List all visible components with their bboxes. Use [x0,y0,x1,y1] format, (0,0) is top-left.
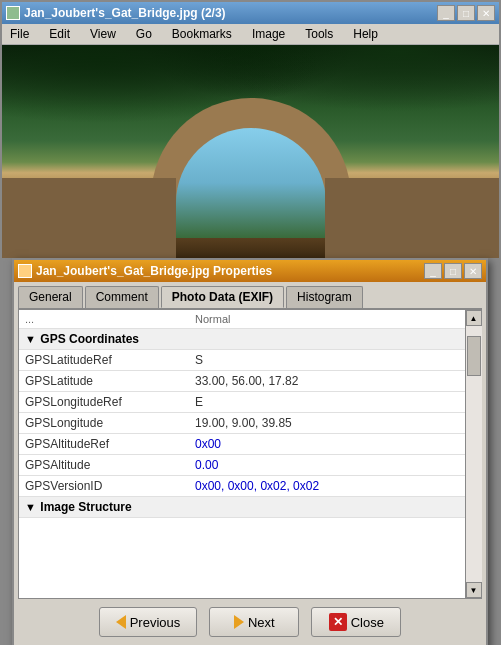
tab-general[interactable]: General [18,286,83,308]
table-row: GPSLatitudeRef S [19,350,465,371]
table-row: GPSVersionID 0x00, 0x00, 0x02, 0x02 [19,476,465,497]
table-row: GPSLatitude 33.00, 56.00, 17.82 [19,371,465,392]
exif-value-gps-version[interactable]: 0x00, 0x00, 0x02, 0x02 [189,476,465,497]
image-structure-label: Image Structure [40,500,131,514]
menu-go[interactable]: Go [132,26,156,42]
exif-value-gps-lat: 33.00, 56.00, 17.82 [189,371,465,392]
exif-value-gps-alt-ref[interactable]: 0x00 [189,434,465,455]
menu-image[interactable]: Image [248,26,289,42]
exif-key-gps-lon-ref: GPSLongitudeRef [19,392,189,413]
scroll-thumb[interactable] [467,336,481,376]
previous-arrow-icon [116,615,126,629]
properties-dialog: Jan_Joubert's_Gat_Bridge.jpg Properties … [12,258,488,645]
menu-bookmarks[interactable]: Bookmarks [168,26,236,42]
main-window-icon [6,6,20,20]
props-window-icon [18,264,32,278]
props-close-button[interactable]: ✕ [464,263,482,279]
table-row: ... Normal [19,310,465,329]
table-row: GPSLongitudeRef E [19,392,465,413]
next-label: Next [248,615,275,630]
button-area: Previous Next ✕ Close [14,599,486,645]
truncated-value: Normal [189,310,465,329]
previous-button[interactable]: Previous [99,607,198,637]
maximize-button[interactable]: □ [457,5,475,21]
scroll-track[interactable] [466,326,482,582]
vertical-scrollbar[interactable]: ▲ ▼ [465,310,481,598]
main-window-controls[interactable]: _ □ ✕ [437,5,495,21]
exif-value-gps-lat-ref: S [189,350,465,371]
props-window-title: Jan_Joubert's_Gat_Bridge.jpg Properties [36,264,272,278]
table-row: GPSLongitude 19.00, 9.00, 39.85 [19,413,465,434]
table-row: ▼ GPS Coordinates [19,329,465,350]
exif-content-area: ... Normal ▼ GPS Coordinates GPSLatitude… [18,309,482,599]
exif-value-gps-lon-ref: E [189,392,465,413]
image-display [2,45,499,258]
image-structure-toggle-icon[interactable]: ▼ [25,501,37,513]
exif-key-gps-lat-ref: GPSLatitudeRef [19,350,189,371]
close-x-icon: ✕ [329,613,347,631]
props-minimize-button[interactable]: _ [424,263,442,279]
scroll-up-button[interactable]: ▲ [466,310,482,326]
truncated-key: ... [19,310,189,329]
tab-bar: General Comment Photo Data (EXIF) Histog… [14,282,486,308]
minimize-button[interactable]: _ [437,5,455,21]
exif-key-gps-alt-ref: GPSAltitudeRef [19,434,189,455]
table-row: ▼ Image Structure [19,497,465,518]
image-structure-header: ▼ Image Structure [19,497,465,518]
exif-table: ... Normal ▼ GPS Coordinates GPSLatitude… [19,310,465,518]
close-window-button[interactable]: ✕ [477,5,495,21]
table-row: GPSAltitudeRef 0x00 [19,434,465,455]
gps-section-label: GPS Coordinates [40,332,139,346]
exif-key-gps-lat: GPSLatitude [19,371,189,392]
table-row: GPSAltitude 0.00 [19,455,465,476]
menu-help[interactable]: Help [349,26,382,42]
gps-toggle-icon[interactable]: ▼ [25,333,37,345]
props-window-controls[interactable]: _ □ ✕ [424,263,482,279]
scroll-down-button[interactable]: ▼ [466,582,482,598]
next-button[interactable]: Next [209,607,299,637]
menu-file[interactable]: File [6,26,33,42]
main-image-viewer: Jan_Joubert's_Gat_Bridge.jpg (2/3) _ □ ✕… [0,0,501,260]
props-titlebar-left: Jan_Joubert's_Gat_Bridge.jpg Properties [18,264,272,278]
tab-comment[interactable]: Comment [85,286,159,308]
main-window-title: Jan_Joubert's_Gat_Bridge.jpg (2/3) [24,6,226,20]
exif-key-gps-version: GPSVersionID [19,476,189,497]
main-menubar: File Edit View Go Bookmarks Image Tools … [2,24,499,45]
gps-section-header: ▼ GPS Coordinates [19,329,465,350]
props-maximize-button[interactable]: □ [444,263,462,279]
exif-value-gps-alt[interactable]: 0.00 [189,455,465,476]
main-titlebar-left: Jan_Joubert's_Gat_Bridge.jpg (2/3) [6,6,226,20]
tab-histogram[interactable]: Histogram [286,286,363,308]
exif-scroll-area: ... Normal ▼ GPS Coordinates GPSLatitude… [19,310,465,598]
tab-photo-data-exif[interactable]: Photo Data (EXIF) [161,286,284,308]
next-arrow-icon [234,615,244,629]
menu-view[interactable]: View [86,26,120,42]
menu-edit[interactable]: Edit [45,26,74,42]
props-titlebar: Jan_Joubert's_Gat_Bridge.jpg Properties … [14,260,486,282]
exif-key-gps-alt: GPSAltitude [19,455,189,476]
menu-tools[interactable]: Tools [301,26,337,42]
close-label: Close [351,615,384,630]
close-button[interactable]: ✕ Close [311,607,401,637]
main-titlebar: Jan_Joubert's_Gat_Bridge.jpg (2/3) _ □ ✕ [2,2,499,24]
exif-key-gps-lon: GPSLongitude [19,413,189,434]
previous-label: Previous [130,615,181,630]
exif-value-gps-lon: 19.00, 9.00, 39.85 [189,413,465,434]
